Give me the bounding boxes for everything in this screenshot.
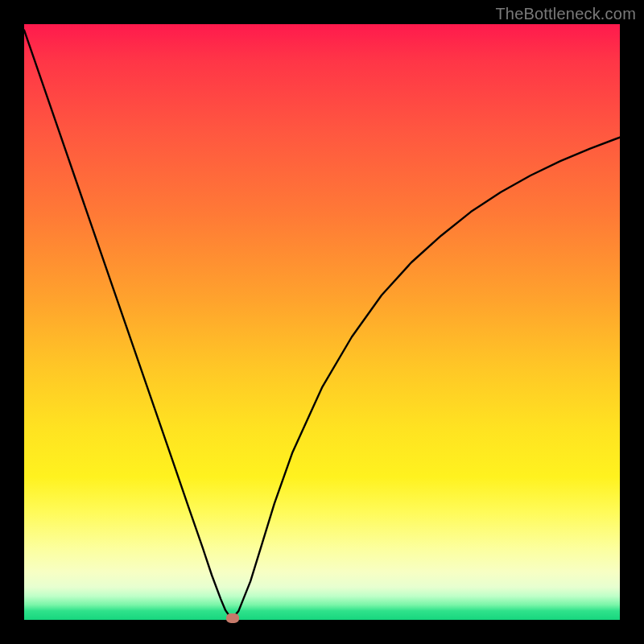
chart-stage: TheBottleneck.com	[0, 0, 644, 644]
bottleneck-curve	[24, 24, 620, 620]
min-point-marker	[226, 613, 239, 623]
plot-area	[24, 24, 620, 620]
watermark-text: TheBottleneck.com	[495, 5, 636, 23]
